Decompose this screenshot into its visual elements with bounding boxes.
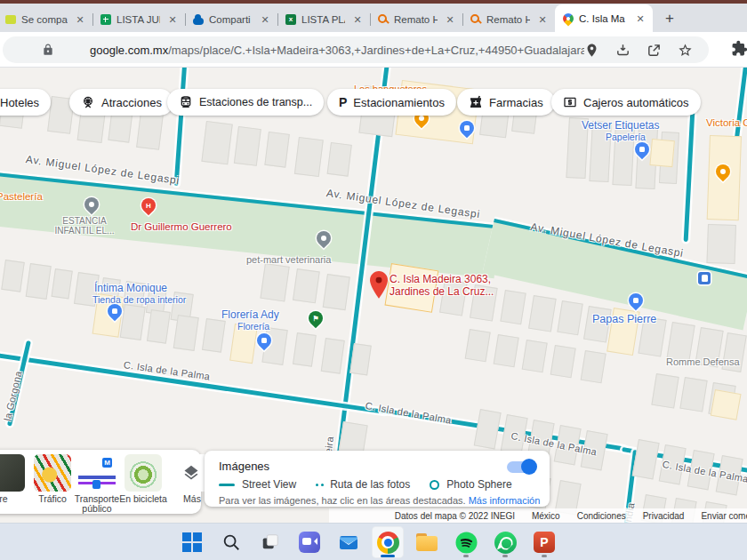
poi-label-papas-pierre[interactable]: Papas Pierre (592, 313, 656, 325)
building (651, 373, 679, 409)
more-info-link[interactable]: Más información (469, 495, 541, 506)
map-pin[interactable] (626, 291, 647, 311)
close-tab-icon[interactable]: ✕ (258, 12, 272, 27)
layer-tile-transporte[interactable]: M (78, 454, 116, 492)
powerpoint-button[interactable]: P (528, 526, 560, 558)
whatsapp-button[interactable] (489, 526, 521, 558)
layer-label: Transporte público (72, 494, 122, 514)
poi-label-pasteleria[interactable]: Pastelería (0, 191, 43, 202)
chat-button[interactable] (293, 526, 325, 558)
google-sheets-favicon-icon (100, 14, 111, 25)
building (550, 345, 576, 378)
start-button[interactable] (176, 526, 208, 558)
powerpoint-icon: P (534, 532, 555, 553)
map-pin[interactable] (105, 301, 125, 322)
tab-compartido[interactable]: Comparti ✕ (185, 7, 277, 32)
feedback-link[interactable]: Enviar comentarios (701, 511, 747, 521)
chip-estacionamientos[interactable]: P Estacionamientos (327, 89, 456, 116)
close-tab-icon[interactable]: ✕ (73, 12, 87, 27)
street-label-palma: C. Isla de la Palma (365, 400, 453, 426)
pin-glyph-icon (635, 142, 649, 156)
poi-label-intima[interactable]: Íntima Monique (94, 282, 167, 294)
map-attribution: Datos del mapa © 2022 INEGI México Condi… (329, 508, 747, 523)
layer-tile-satellite[interactable] (0, 454, 25, 492)
street-label-gorgona: la Gorgona (2, 370, 24, 422)
poi-label-victoria[interactable]: Victoria C (706, 117, 747, 128)
map-pin[interactable] (713, 162, 734, 182)
chip-estaciones-transporte[interactable]: Estaciones de transp... (167, 89, 324, 116)
building (26, 263, 52, 300)
building (711, 389, 742, 420)
tab-se-comparte[interactable]: Se compa ✕ (0, 7, 92, 32)
share-icon[interactable] (647, 43, 662, 58)
chip-label: Farmacias (489, 96, 543, 109)
layer-tile-trafico[interactable] (34, 454, 71, 492)
poi-sublabel-vetser[interactable]: Papelería (606, 132, 646, 142)
tab-remato-1[interactable]: Remato H ✕ (370, 7, 462, 32)
layer-label: re (0, 494, 28, 504)
parking-icon: P (339, 95, 347, 109)
chrome-button[interactable] (372, 526, 404, 558)
building (136, 112, 164, 150)
task-view-button[interactable] (254, 526, 286, 558)
legend-label: Ruta de las fotos (330, 478, 410, 491)
poi-label-petmart[interactable]: pet-mart veterinaria (246, 254, 331, 265)
close-tab-icon[interactable]: ✕ (535, 12, 550, 27)
tab-lista-jul[interactable]: LISTA JUL ✕ (92, 7, 185, 32)
poi-label-guerrero[interactable]: Dr Guillermo Guerrero (131, 221, 232, 232)
bookmark-star-icon[interactable] (678, 43, 693, 58)
google-maps-canvas[interactable]: H⚑ Av. Miguel López de Legaspi Av. Migue… (0, 68, 747, 523)
destination-label[interactable]: C. Isla Madeira 3063,Jardines de La Cruz… (390, 273, 494, 298)
close-tab-icon[interactable]: ✕ (350, 12, 365, 27)
chip-farmacias[interactable]: Farmacias (457, 89, 555, 116)
poi-label-vetser[interactable]: Vetser Etiquetas (582, 119, 659, 132)
poi-sublabel-intima[interactable]: Tienda de ropa interior (92, 294, 186, 305)
spotify-button[interactable] (450, 526, 482, 558)
poi-label-romme[interactable]: Romme Defensa (666, 356, 740, 367)
close-tab-icon[interactable]: ✕ (165, 12, 180, 27)
map-pin[interactable] (457, 118, 478, 139)
spotify-icon (455, 532, 478, 554)
chip-cajeros[interactable]: Cajeros automáticos (551, 89, 701, 116)
destination-pin-icon[interactable] (370, 271, 388, 299)
building (52, 268, 73, 299)
close-tab-icon[interactable]: ✕ (633, 12, 647, 26)
poi-sublabel-floreria[interactable]: Florería (237, 321, 269, 332)
bus-stop-icon[interactable] (698, 272, 711, 284)
terms-link[interactable]: Condiciones (577, 511, 626, 521)
map-pin[interactable]: H (139, 196, 159, 216)
tab-lista-pla[interactable]: x LISTA PLA ✕ (277, 7, 370, 32)
chrome-icon (377, 532, 399, 554)
building (327, 142, 352, 177)
file-explorer-button[interactable] (411, 526, 443, 558)
map-layers-panel: re Tráfico M Transporte público En bicic… (0, 450, 201, 514)
mail-button[interactable] (333, 526, 365, 558)
building (349, 343, 372, 375)
map-pin[interactable] (254, 331, 275, 351)
chip-hoteles[interactable]: Hoteles (0, 89, 51, 116)
map-pin[interactable] (632, 140, 653, 160)
attribution-region[interactable]: México (532, 511, 560, 521)
install-app-icon[interactable] (615, 43, 631, 58)
chip-atracciones[interactable]: Atracciones (69, 89, 173, 116)
images-toggle[interactable] (507, 461, 535, 473)
address-bar[interactable]: google.com.mx/maps/place/C.+Isla+Madeira… (3, 36, 709, 63)
tab-google-maps-active[interactable]: C. Isla Ma ✕ (555, 4, 653, 32)
layer-tile-bicicleta[interactable] (124, 454, 162, 492)
tab-remato-2[interactable]: Remato H ✕ (462, 7, 555, 32)
search-button[interactable] (215, 526, 247, 558)
poi-label-floreria[interactable]: Florería Ady (221, 308, 279, 321)
chip-label: Estaciones de transp... (199, 96, 312, 108)
location-permission-icon[interactable] (584, 43, 599, 58)
close-tab-icon[interactable]: ✕ (443, 12, 457, 27)
task-view-icon (261, 532, 280, 552)
building (500, 290, 526, 324)
privacy-link[interactable]: Privacidad (643, 511, 685, 521)
images-panel-title: Imágenes (219, 460, 535, 473)
extensions-puzzle-icon[interactable] (731, 40, 747, 57)
map-pin[interactable] (314, 228, 334, 249)
map-pin[interactable] (82, 195, 102, 215)
map-pin[interactable]: ⚑ (306, 308, 326, 329)
new-tab-button[interactable]: + (658, 7, 681, 30)
poi-label-estancia[interactable]: ESTANCIAINFANTIL EL... (36, 216, 133, 236)
